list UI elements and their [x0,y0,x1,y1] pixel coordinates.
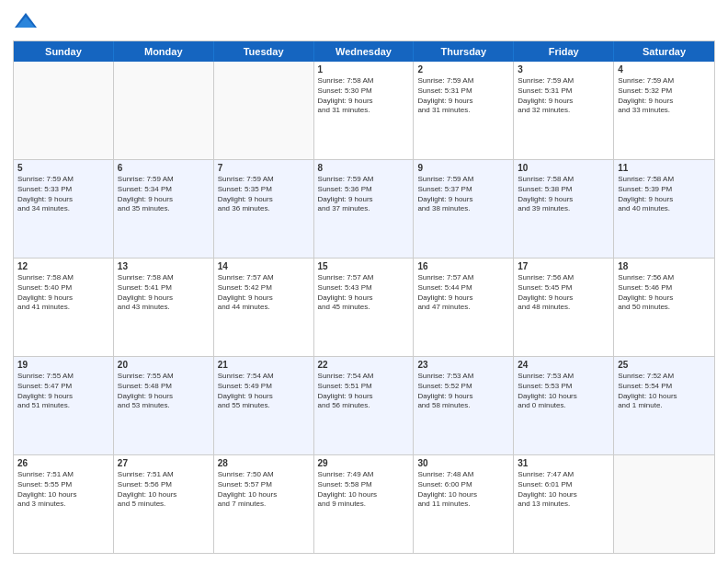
day-number: 20 [118,360,210,370]
day-cell-27: 27Sunrise: 7:51 AM Sunset: 5:56 PM Dayli… [114,455,214,553]
empty-cell-0-1 [114,62,214,159]
day-info: Sunrise: 7:58 AM Sunset: 5:41 PM Dayligh… [118,273,210,313]
day-cell-15: 15Sunrise: 7:57 AM Sunset: 5:43 PM Dayli… [314,259,415,356]
day-number: 17 [518,261,609,271]
header [13,9,715,35]
day-number: 5 [17,163,109,173]
empty-cell-0-0 [14,62,114,159]
day-info: Sunrise: 7:48 AM Sunset: 6:00 PM Dayligh… [417,470,509,510]
day-info: Sunrise: 7:54 AM Sunset: 5:51 PM Dayligh… [318,372,410,411]
day-cell-31: 31Sunrise: 7:47 AM Sunset: 6:01 PM Dayli… [514,455,614,553]
day-number: 15 [318,261,410,271]
day-cell-14: 14Sunrise: 7:57 AM Sunset: 5:42 PM Dayli… [214,259,314,356]
day-cell-24: 24Sunrise: 7:53 AM Sunset: 5:53 PM Dayli… [514,357,614,454]
week-row-1: 5Sunrise: 7:59 AM Sunset: 5:33 PM Daylig… [14,160,714,259]
day-number: 12 [17,261,109,271]
day-number: 31 [518,458,609,468]
day-info: Sunrise: 7:53 AM Sunset: 5:53 PM Dayligh… [518,372,609,411]
day-info: Sunrise: 7:57 AM Sunset: 5:42 PM Dayligh… [218,273,310,313]
day-number: 25 [618,360,711,370]
day-cell-1: 1Sunrise: 7:58 AM Sunset: 5:30 PM Daylig… [314,62,415,159]
header-day-friday: Friday [514,41,614,62]
day-info: Sunrise: 7:58 AM Sunset: 5:39 PM Dayligh… [618,175,711,214]
day-cell-23: 23Sunrise: 7:53 AM Sunset: 5:52 PM Dayli… [414,357,514,454]
day-number: 23 [417,360,509,370]
day-number: 29 [318,458,410,468]
day-number: 22 [318,360,410,370]
day-cell-30: 30Sunrise: 7:48 AM Sunset: 6:00 PM Dayli… [414,455,514,553]
day-cell-10: 10Sunrise: 7:58 AM Sunset: 5:38 PM Dayli… [514,160,614,258]
day-cell-22: 22Sunrise: 7:54 AM Sunset: 5:51 PM Dayli… [314,357,415,454]
day-info: Sunrise: 7:58 AM Sunset: 5:38 PM Dayligh… [518,175,609,214]
day-cell-9: 9Sunrise: 7:59 AM Sunset: 5:37 PM Daylig… [414,160,514,258]
day-cell-20: 20Sunrise: 7:55 AM Sunset: 5:48 PM Dayli… [114,357,214,454]
day-info: Sunrise: 7:57 AM Sunset: 5:44 PM Dayligh… [417,273,509,313]
day-number: 11 [618,163,711,173]
day-info: Sunrise: 7:59 AM Sunset: 5:31 PM Dayligh… [518,76,609,116]
empty-cell-0-2 [214,62,314,159]
day-info: Sunrise: 7:59 AM Sunset: 5:32 PM Dayligh… [618,76,711,116]
day-info: Sunrise: 7:59 AM Sunset: 5:37 PM Dayligh… [417,175,509,214]
day-info: Sunrise: 7:53 AM Sunset: 5:52 PM Dayligh… [417,372,509,411]
day-info: Sunrise: 7:55 AM Sunset: 5:47 PM Dayligh… [17,372,109,411]
day-info: Sunrise: 7:57 AM Sunset: 5:43 PM Dayligh… [318,273,410,313]
day-info: Sunrise: 7:54 AM Sunset: 5:49 PM Dayligh… [218,372,310,411]
day-cell-18: 18Sunrise: 7:56 AM Sunset: 5:46 PM Dayli… [614,259,714,356]
day-cell-6: 6Sunrise: 7:59 AM Sunset: 5:34 PM Daylig… [114,160,214,258]
header-day-wednesday: Wednesday [314,41,415,62]
day-number: 9 [417,163,509,173]
header-day-thursday: Thursday [414,41,514,62]
day-cell-28: 28Sunrise: 7:50 AM Sunset: 5:57 PM Dayli… [214,455,314,553]
day-info: Sunrise: 7:55 AM Sunset: 5:48 PM Dayligh… [118,372,210,411]
day-number: 13 [118,261,210,271]
day-cell-17: 17Sunrise: 7:56 AM Sunset: 5:45 PM Dayli… [514,259,614,356]
day-number: 16 [417,261,509,271]
day-info: Sunrise: 7:58 AM Sunset: 5:30 PM Dayligh… [318,76,410,116]
week-row-4: 26Sunrise: 7:51 AM Sunset: 5:55 PM Dayli… [14,455,714,553]
calendar-header: SundayMondayTuesdayWednesdayThursdayFrid… [14,41,714,62]
logo-icon [13,9,39,35]
header-day-saturday: Saturday [614,41,714,62]
day-info: Sunrise: 7:56 AM Sunset: 5:46 PM Dayligh… [618,273,711,313]
day-cell-8: 8Sunrise: 7:59 AM Sunset: 5:36 PM Daylig… [314,160,415,258]
day-number: 18 [618,261,711,271]
day-info: Sunrise: 7:50 AM Sunset: 5:57 PM Dayligh… [218,470,310,510]
day-info: Sunrise: 7:59 AM Sunset: 5:36 PM Dayligh… [318,175,410,214]
day-number: 6 [118,163,210,173]
day-number: 30 [417,458,509,468]
day-cell-3: 3Sunrise: 7:59 AM Sunset: 5:31 PM Daylig… [514,62,614,159]
day-info: Sunrise: 7:56 AM Sunset: 5:45 PM Dayligh… [518,273,609,313]
day-number: 2 [417,64,509,75]
header-day-sunday: Sunday [14,41,114,62]
day-number: 27 [118,458,210,468]
day-cell-21: 21Sunrise: 7:54 AM Sunset: 5:49 PM Dayli… [214,357,314,454]
week-row-3: 19Sunrise: 7:55 AM Sunset: 5:47 PM Dayli… [14,357,714,455]
week-row-2: 12Sunrise: 7:58 AM Sunset: 5:40 PM Dayli… [14,259,714,357]
day-info: Sunrise: 7:58 AM Sunset: 5:40 PM Dayligh… [17,273,109,313]
day-number: 28 [218,458,310,468]
day-number: 14 [218,261,310,271]
day-info: Sunrise: 7:49 AM Sunset: 5:58 PM Dayligh… [318,470,410,510]
calendar-body: 1Sunrise: 7:58 AM Sunset: 5:30 PM Daylig… [14,62,714,553]
day-cell-13: 13Sunrise: 7:58 AM Sunset: 5:41 PM Dayli… [114,259,214,356]
day-info: Sunrise: 7:59 AM Sunset: 5:33 PM Dayligh… [17,175,109,214]
day-cell-19: 19Sunrise: 7:55 AM Sunset: 5:47 PM Dayli… [14,357,114,454]
header-day-tuesday: Tuesday [214,41,314,62]
day-number: 3 [518,64,609,75]
week-row-0: 1Sunrise: 7:58 AM Sunset: 5:30 PM Daylig… [14,62,714,160]
day-cell-11: 11Sunrise: 7:58 AM Sunset: 5:39 PM Dayli… [614,160,714,258]
logo [13,9,42,35]
page: SundayMondayTuesdayWednesdayThursdayFrid… [0,0,728,563]
day-info: Sunrise: 7:52 AM Sunset: 5:54 PM Dayligh… [618,372,711,411]
day-cell-16: 16Sunrise: 7:57 AM Sunset: 5:44 PM Dayli… [414,259,514,356]
day-info: Sunrise: 7:59 AM Sunset: 5:34 PM Dayligh… [118,175,210,214]
day-info: Sunrise: 7:47 AM Sunset: 6:01 PM Dayligh… [518,470,609,510]
day-cell-12: 12Sunrise: 7:58 AM Sunset: 5:40 PM Dayli… [14,259,114,356]
day-number: 7 [218,163,310,173]
day-number: 19 [17,360,109,370]
day-number: 1 [318,64,410,75]
day-cell-2: 2Sunrise: 7:59 AM Sunset: 5:31 PM Daylig… [414,62,514,159]
day-cell-4: 4Sunrise: 7:59 AM Sunset: 5:32 PM Daylig… [614,62,714,159]
day-cell-5: 5Sunrise: 7:59 AM Sunset: 5:33 PM Daylig… [14,160,114,258]
header-day-monday: Monday [114,41,214,62]
